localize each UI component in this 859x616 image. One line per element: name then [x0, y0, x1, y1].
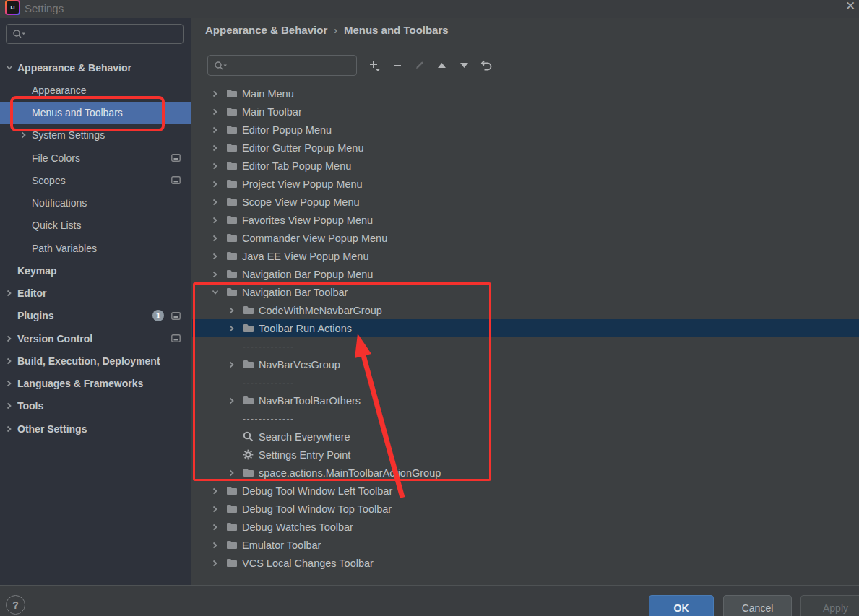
chevron-right-icon [228, 469, 235, 477]
chevron-right-icon[interactable] [212, 162, 223, 170]
chevron-right-icon[interactable] [212, 235, 223, 242]
tree-item-toolbar-run-actions[interactable]: Toolbar Run Actions [192, 319, 859, 337]
folder-icon [226, 558, 238, 568]
chevron-down-icon [212, 289, 219, 295]
add-button[interactable] [366, 56, 384, 74]
sidebar-item-languages-frameworks[interactable]: Languages & Frameworks [0, 373, 191, 395]
sidebar-item-editor[interactable]: Editor [0, 282, 191, 305]
move-up-button[interactable] [433, 56, 451, 74]
chevron-right-icon [212, 108, 218, 116]
edit-button[interactable] [410, 56, 428, 74]
sidebar-item-other-settings[interactable]: Other Settings [0, 417, 191, 440]
breadcrumb-appearance-behavior[interactable]: Appearance & Behavior [205, 24, 327, 36]
tree-item-vcs-local-changes-toolbar[interactable]: VCS Local Changes Toolbar [192, 554, 859, 572]
chevron-right-icon[interactable] [212, 90, 223, 97]
chevron-right-icon[interactable] [212, 542, 223, 549]
tree-item-commander-view-popup-menu[interactable]: Commander View Popup Menu [192, 229, 859, 247]
chevron-right-icon[interactable] [212, 126, 223, 134]
sidebar-item-version-control[interactable]: Version Control [0, 327, 191, 350]
sidebar-item-scopes[interactable]: Scopes [0, 169, 191, 191]
chevron-down-icon[interactable] [6, 64, 17, 71]
chevron-right-icon[interactable] [212, 253, 223, 260]
tree-item-debug-tool-window-left-toolbar[interactable]: Debug Tool Window Left Toolbar [192, 482, 859, 500]
move-down-button[interactable] [455, 56, 473, 74]
chevron-right-icon[interactable] [6, 357, 17, 365]
chevron-right-icon[interactable] [6, 290, 17, 297]
tree-item-editor-gutter-popup-menu[interactable]: Editor Gutter Popup Menu [192, 139, 859, 157]
tree-item-main-menu[interactable]: Main Menu [192, 84, 859, 103]
chevron-right-icon[interactable] [228, 325, 240, 332]
ok-button[interactable]: OK [649, 595, 714, 616]
tree-item-search-everywhere[interactable]: Search Everywhere [192, 428, 859, 446]
tree-item-navbarvcsgroup[interactable]: NavBarVcsGroup [192, 355, 859, 373]
sidebar-item-file-colors[interactable]: File Colors [0, 147, 191, 169]
chevron-right-icon[interactable] [6, 335, 17, 342]
move-up-icon [437, 62, 446, 69]
tree-item-settings-entry-point[interactable]: Settings Entry Point [192, 446, 859, 464]
folder-icon [226, 251, 238, 261]
tree-item-navigation-bar-popup-menu[interactable]: Navigation Bar Popup Menu [192, 265, 859, 283]
tree-item-label: Editor Gutter Popup Menu [242, 142, 363, 154]
chevron-right-icon[interactable] [212, 181, 223, 188]
sidebar-item-menus-and-toolbars[interactable]: Menus and Toolbars [0, 102, 191, 124]
tree-item-navigation-bar-toolbar[interactable]: Navigation Bar Toolbar [192, 283, 859, 301]
folder-icon [226, 215, 238, 225]
tree-item-project-view-popup-menu[interactable]: Project View Popup Menu [192, 175, 859, 193]
tree-search-input[interactable] [230, 59, 356, 71]
sidebar-item-quick-lists[interactable]: Quick Lists [0, 214, 191, 237]
sidebar-item-plugins[interactable]: Plugins1 [0, 305, 191, 327]
chevron-right-icon[interactable] [212, 560, 223, 567]
chevron-right-icon[interactable] [212, 217, 223, 224]
chevron-right-icon[interactable] [212, 199, 223, 206]
tree-item-favorites-view-popup-menu[interactable]: Favorites View Popup Menu [192, 211, 859, 229]
chevron-right-icon[interactable] [212, 506, 223, 513]
tree-item-scope-view-popup-menu[interactable]: Scope View Popup Menu [192, 193, 859, 211]
chevron-right-icon[interactable] [6, 380, 17, 387]
tree-item-debug-watches-toolbar[interactable]: Debug Watches Toolbar [192, 518, 859, 536]
chevron-right-icon[interactable] [212, 524, 223, 531]
title-bar: IJ Settings ✕ [0, 0, 859, 18]
chevron-right-icon[interactable] [212, 271, 223, 278]
tree-item-main-toolbar[interactable]: Main Toolbar [192, 103, 859, 121]
tree-item-java-ee-view-popup-menu[interactable]: Java EE View Popup Menu [192, 247, 859, 265]
sidebar-item-path-variables[interactable]: Path Variables [0, 237, 191, 259]
chevron-right-icon [6, 335, 12, 342]
sidebar-item-appearance[interactable]: Appearance [0, 79, 191, 101]
sidebar-item-system-settings[interactable]: System Settings [0, 124, 191, 147]
help-button[interactable]: ? [6, 595, 25, 615]
tree-item-space-actions-maintoolbaractiongroup[interactable]: space.actions.MainToolbarActionGroup [192, 464, 859, 482]
chevron-right-icon[interactable] [228, 397, 240, 404]
chevron-right-icon[interactable] [212, 108, 223, 116]
restore-button[interactable] [478, 56, 496, 74]
dialog-footer: ? OK Cancel Apply [0, 585, 859, 616]
chevron-down-icon[interactable] [212, 289, 223, 295]
tree-item-debug-tool-window-top-toolbar[interactable]: Debug Tool Window Top Toolbar [192, 500, 859, 518]
sidebar-search-input[interactable] [29, 28, 183, 40]
tree-search-field[interactable] [207, 55, 357, 76]
apply-button[interactable]: Apply [800, 595, 859, 616]
sidebar-search-field[interactable] [6, 24, 184, 44]
remove-button[interactable] [388, 56, 406, 74]
chevron-right-icon[interactable] [228, 361, 240, 368]
sidebar-item-keymap[interactable]: Keymap [0, 259, 191, 282]
chevron-right-icon[interactable] [212, 487, 223, 495]
close-icon[interactable]: ✕ [845, 0, 855, 14]
sidebar-item-notifications[interactable]: Notifications [0, 192, 191, 214]
tree-item-codewithmenavbargroup[interactable]: CodeWithMeNavbarGroup [192, 301, 859, 319]
chevron-right-icon[interactable] [20, 131, 32, 139]
chevron-right-icon[interactable] [6, 425, 17, 433]
tree-item-editor-tab-popup-menu[interactable]: Editor Tab Popup Menu [192, 157, 859, 175]
chevron-right-icon[interactable] [228, 469, 240, 477]
cancel-button[interactable]: Cancel [723, 595, 792, 616]
chevron-right-icon[interactable] [6, 402, 17, 409]
gear-icon [243, 449, 254, 460]
sidebar-item-appearance-behavior[interactable]: Appearance & Behavior [0, 56, 191, 79]
folder-icon [226, 522, 238, 532]
sidebar-item-build-execution-deployment[interactable]: Build, Execution, Deployment [0, 350, 191, 372]
sidebar-item-tools[interactable]: Tools [0, 395, 191, 417]
tree-item-editor-popup-menu[interactable]: Editor Popup Menu [192, 121, 859, 139]
chevron-right-icon[interactable] [228, 307, 240, 314]
chevron-right-icon[interactable] [212, 144, 223, 152]
tree-item-emulator-toolbar[interactable]: Emulator Toolbar [192, 536, 859, 554]
tree-item-navbartoolbarothers[interactable]: NavBarToolBarOthers [192, 391, 859, 409]
